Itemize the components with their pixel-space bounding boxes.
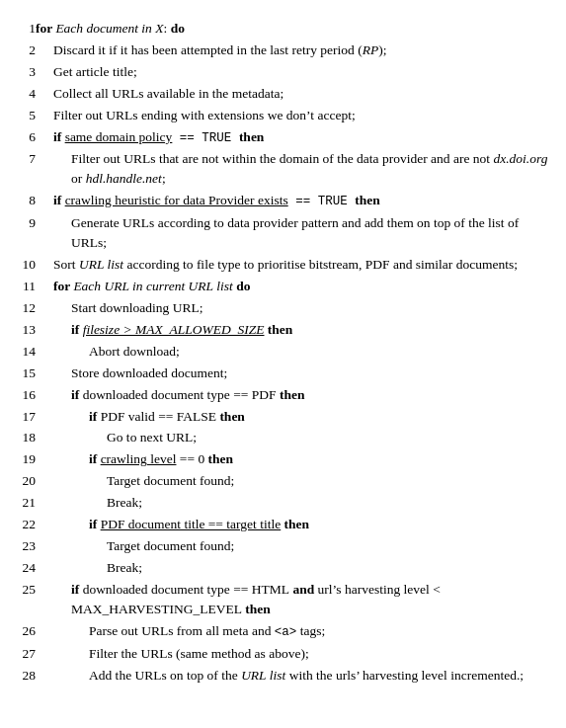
algo-line-6: 6if same domain policy == TRUE then xyxy=(14,126,552,149)
line-number: 19 xyxy=(14,448,36,470)
line-content: if filesize > MAX_ALLOWED_SIZE then xyxy=(36,319,552,341)
line-content: if PDF valid == FALSE then xyxy=(36,406,552,428)
line-content: Break; xyxy=(36,557,552,579)
line-number: 27 xyxy=(14,643,36,665)
algo-line-27: 27Filter the URLs (same method as above)… xyxy=(14,643,552,665)
algo-line-25: 25if downloaded document type == HTML an… xyxy=(14,579,552,620)
algo-line-1: 1for Each document in X: do xyxy=(14,18,552,40)
line-content: Break; xyxy=(36,492,552,514)
algo-line-16: 16if downloaded document type == PDF the… xyxy=(14,384,552,406)
line-number: 12 xyxy=(14,297,36,319)
line-content: if same domain policy == TRUE then xyxy=(36,126,552,149)
line-number: 6 xyxy=(14,126,36,149)
line-number: 2 xyxy=(14,40,36,61)
algo-line-19: 19if crawling level == 0 then xyxy=(14,448,552,470)
line-number: 9 xyxy=(14,212,36,254)
line-content: Start downloading URL; xyxy=(36,297,552,319)
line-number: 15 xyxy=(14,363,36,384)
line-content: if PDF document title == target title th… xyxy=(36,514,552,535)
line-number: 11 xyxy=(14,276,36,297)
line-content: Get article title; xyxy=(36,61,552,83)
line-content: Discard it if it has been attempted in t… xyxy=(36,40,552,61)
algo-line-7: 7Filter out URLs that are not within the… xyxy=(14,148,552,190)
line-content: Abort download; xyxy=(36,341,552,363)
algo-line-28: 28Add the URLs on top of the URL list wi… xyxy=(14,665,552,687)
algo-line-20: 20Target document found; xyxy=(14,470,552,492)
line-number: 26 xyxy=(14,620,36,643)
algorithm-table: 1for Each document in X: do2Discard it i… xyxy=(14,18,552,687)
algo-line-24: 24Break; xyxy=(14,557,552,579)
algo-line-23: 23Target document found; xyxy=(14,535,552,557)
line-content: for Each URL in current URL list do xyxy=(36,276,552,297)
line-content: Store downloaded document; xyxy=(36,363,552,384)
line-number: 10 xyxy=(14,254,36,276)
algo-line-3: 3Get article title; xyxy=(14,61,552,83)
algorithm-container: 1for Each document in X: do2Discard it i… xyxy=(14,18,552,687)
line-number: 18 xyxy=(14,427,36,448)
algo-line-8: 8if crawling heuristic for data Provider… xyxy=(14,190,552,212)
line-number: 17 xyxy=(14,406,36,428)
line-number: 21 xyxy=(14,492,36,514)
algo-line-21: 21Break; xyxy=(14,492,552,514)
line-content: Sort URL list according to file type to … xyxy=(36,254,552,276)
line-number: 23 xyxy=(14,535,36,557)
line-content: Filter the URLs (same method as above); xyxy=(36,643,552,665)
algo-line-2: 2Discard it if it has been attempted in … xyxy=(14,40,552,61)
line-content: for Each document in X: do xyxy=(36,18,552,40)
line-number: 3 xyxy=(14,61,36,83)
line-content: if downloaded document type == HTML and … xyxy=(36,579,552,620)
line-number: 25 xyxy=(14,579,36,620)
algo-line-14: 14Abort download; xyxy=(14,341,552,363)
algo-line-17: 17if PDF valid == FALSE then xyxy=(14,406,552,428)
line-number: 4 xyxy=(14,83,36,105)
line-number: 16 xyxy=(14,384,36,406)
line-content: if crawling level == 0 then xyxy=(36,448,552,470)
line-content: Parse out URLs from all meta and <a> tag… xyxy=(36,620,552,643)
line-number: 22 xyxy=(14,514,36,535)
algo-line-13: 13if filesize > MAX_ALLOWED_SIZE then xyxy=(14,319,552,341)
algo-line-9: 9Generate URLs according to data provide… xyxy=(14,212,552,254)
line-content: Filter out URLs that are not within the … xyxy=(36,148,552,190)
line-number: 5 xyxy=(14,105,36,126)
line-number: 28 xyxy=(14,665,36,687)
algo-line-11: 11for Each URL in current URL list do xyxy=(14,276,552,297)
algo-line-18: 18Go to next URL; xyxy=(14,427,552,448)
line-number: 24 xyxy=(14,557,36,579)
line-number: 7 xyxy=(14,148,36,190)
line-number: 1 xyxy=(14,18,36,40)
line-content: if crawling heuristic for data Provider … xyxy=(36,190,552,212)
line-content: Collect all URLs available in the metada… xyxy=(36,83,552,105)
line-number: 14 xyxy=(14,341,36,363)
algo-line-26: 26Parse out URLs from all meta and <a> t… xyxy=(14,620,552,643)
line-number: 13 xyxy=(14,319,36,341)
algo-line-10: 10Sort URL list according to file type t… xyxy=(14,254,552,276)
algo-line-15: 15Store downloaded document; xyxy=(14,363,552,384)
line-content: Filter out URLs ending with extensions w… xyxy=(36,105,552,126)
line-content: Target document found; xyxy=(36,470,552,492)
line-content: Go to next URL; xyxy=(36,427,552,448)
line-content: Generate URLs according to data provider… xyxy=(36,212,552,254)
line-content: Add the URLs on top of the URL list with… xyxy=(36,665,552,687)
line-number: 8 xyxy=(14,190,36,212)
algo-line-12: 12Start downloading URL; xyxy=(14,297,552,319)
algo-line-4: 4Collect all URLs available in the metad… xyxy=(14,83,552,105)
algo-line-5: 5Filter out URLs ending with extensions … xyxy=(14,105,552,126)
line-content: Target document found; xyxy=(36,535,552,557)
algo-line-22: 22if PDF document title == target title … xyxy=(14,514,552,535)
line-content: if downloaded document type == PDF then xyxy=(36,384,552,406)
line-number: 20 xyxy=(14,470,36,492)
